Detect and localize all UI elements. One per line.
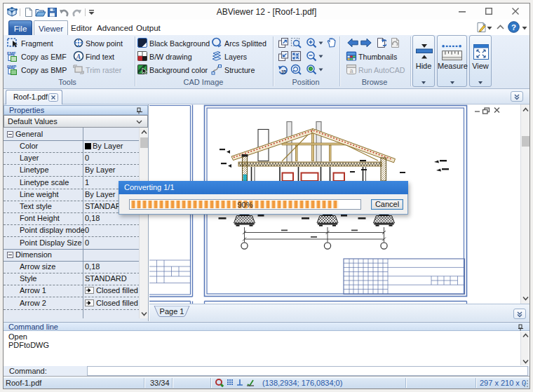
svg-text:BMP: BMP xyxy=(7,65,16,69)
svg-text:EMF: EMF xyxy=(7,51,16,55)
svg-text:35: 35 xyxy=(281,69,287,74)
svg-text:A: A xyxy=(76,53,81,60)
svg-text:a: a xyxy=(350,67,353,74)
svg-text:Page 1: Page 1 xyxy=(160,307,184,316)
svg-text:?: ? xyxy=(511,23,516,32)
